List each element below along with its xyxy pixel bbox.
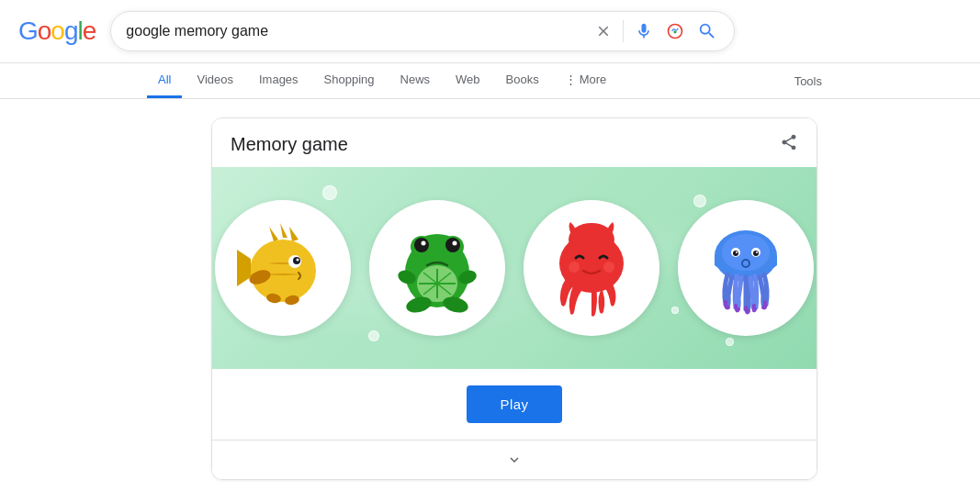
memory-game-card: Memory game (211, 117, 817, 480)
svg-point-1 (674, 30, 677, 33)
tab-videos[interactable]: Videos (186, 63, 244, 98)
game-title: Memory game (231, 134, 348, 155)
svg-point-31 (569, 262, 580, 273)
camera-button[interactable] (664, 20, 686, 42)
svg-point-19 (422, 241, 426, 246)
search-divider (623, 20, 624, 42)
mic-icon (635, 22, 653, 40)
card-header: Memory game (212, 118, 817, 167)
creature-frog[interactable] (369, 200, 505, 336)
frog-svg (387, 218, 488, 318)
tab-web[interactable]: Web (445, 63, 491, 98)
tab-books[interactable]: Books (495, 63, 550, 98)
svg-point-36 (722, 234, 770, 271)
tab-all[interactable]: All (147, 63, 182, 98)
clear-button[interactable] (593, 21, 614, 41)
tab-more[interactable]: ⋮ More (554, 63, 618, 98)
svg-marker-10 (237, 250, 251, 286)
tab-images[interactable]: Images (248, 63, 310, 98)
svg-point-38 (733, 251, 738, 256)
bubble (322, 185, 337, 200)
top-bar: Google google memory game (0, 0, 980, 63)
svg-point-41 (753, 251, 759, 256)
nav-tabs: All Videos Images Shopping News Web Book… (0, 63, 980, 99)
close-icon (595, 23, 612, 39)
svg-point-32 (603, 262, 614, 273)
creature-octopus[interactable] (524, 200, 659, 336)
octopus-svg (541, 218, 642, 318)
google-logo[interactable]: Google (18, 17, 96, 46)
tools-button[interactable]: Tools (783, 65, 833, 97)
share-icon (780, 133, 798, 151)
bubble (726, 338, 734, 346)
svg-marker-4 (280, 223, 287, 238)
game-chevron[interactable] (212, 440, 817, 479)
search-button[interactable] (695, 19, 719, 43)
creature-fish[interactable] (215, 200, 351, 336)
main-content: Memory game (0, 99, 980, 480)
fish-svg (232, 218, 333, 318)
jellyfish-svg (695, 218, 796, 318)
svg-point-20 (453, 241, 457, 246)
search-icon-group (593, 19, 719, 43)
svg-point-39 (736, 251, 738, 253)
svg-marker-5 (289, 227, 299, 241)
svg-point-8 (297, 259, 299, 262)
bubble (693, 195, 706, 207)
search-box: google memory game (110, 11, 735, 51)
bubble (671, 307, 679, 314)
svg-point-18 (445, 238, 460, 252)
game-area (212, 167, 817, 369)
chevron-down-icon (506, 452, 523, 468)
share-button[interactable] (780, 133, 798, 156)
game-footer: Play (212, 369, 817, 440)
tab-shopping[interactable]: Shopping (313, 63, 386, 98)
camera-icon (666, 22, 684, 40)
svg-marker-3 (269, 227, 278, 241)
mic-button[interactable] (633, 20, 655, 42)
svg-point-17 (414, 238, 429, 252)
play-button[interactable]: Play (467, 385, 561, 423)
search-icon (697, 21, 717, 41)
creature-jellyfish[interactable] (678, 200, 814, 336)
bubble (368, 330, 379, 341)
search-input[interactable]: google memory game (126, 23, 584, 39)
tab-news[interactable]: News (389, 63, 442, 98)
svg-point-33 (569, 223, 614, 256)
svg-point-42 (756, 251, 758, 253)
